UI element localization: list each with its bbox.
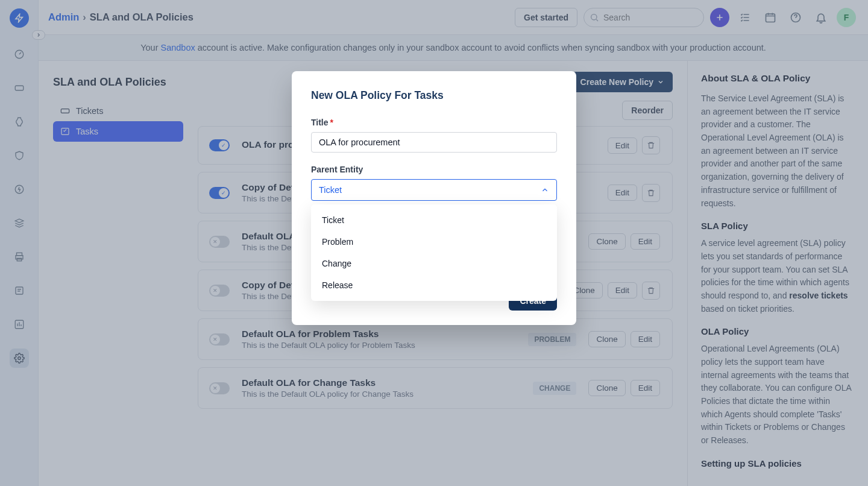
parent-entity-select[interactable]: Ticket <box>311 179 557 201</box>
dropdown-option-ticket[interactable]: Ticket <box>311 209 557 231</box>
parent-entity-dropdown: TicketProblemChangeRelease <box>311 204 557 301</box>
modal-title: New OLA Policy For Tasks <box>311 89 557 102</box>
new-ola-modal: New OLA Policy For Tasks Title* Parent E… <box>292 71 576 325</box>
dropdown-option-problem[interactable]: Problem <box>311 231 557 253</box>
modal-overlay[interactable]: New OLA Policy For Tasks Title* Parent E… <box>0 0 868 486</box>
dropdown-option-release[interactable]: Release <box>311 274 557 296</box>
chevron-up-icon <box>541 186 549 194</box>
title-label: Title* <box>311 118 557 127</box>
title-input[interactable] <box>311 132 557 153</box>
dropdown-option-change[interactable]: Change <box>311 253 557 274</box>
parent-entity-label: Parent Entity <box>311 165 557 174</box>
